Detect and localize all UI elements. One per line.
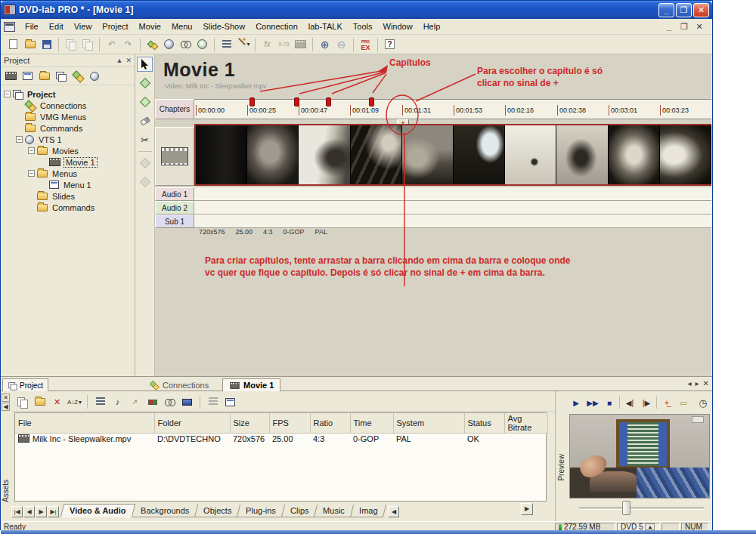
add-vts-button[interactable] — [87, 69, 101, 83]
pointer-tool[interactable] — [137, 57, 153, 72]
mdi-close-icon[interactable]: ✕ — [694, 22, 705, 32]
col-folder[interactable]: Folder — [154, 413, 230, 434]
menu-view[interactable]: View — [69, 20, 98, 33]
move-vertical-tool[interactable] — [137, 174, 153, 190]
tree-item-vmg-menus[interactable]: VMG Menus — [1, 111, 135, 122]
close-button[interactable]: ✕ — [693, 3, 709, 17]
new-item-button[interactable] — [4, 69, 18, 83]
connections-button[interactable] — [144, 37, 160, 52]
col-file[interactable]: File — [15, 413, 154, 434]
tab-next-button[interactable]: ▶ — [36, 506, 47, 517]
assets-tab-video-audio[interactable]: Video & Audio — [60, 504, 135, 517]
expander-icon[interactable]: − — [28, 170, 35, 177]
expander-icon[interactable]: − — [16, 136, 23, 143]
menu-project[interactable]: Project — [97, 20, 133, 33]
open-button[interactable] — [22, 37, 38, 52]
tree-item-vts1[interactable]: − VTS 1 — [1, 134, 135, 145]
new-project-button[interactable] — [5, 37, 21, 52]
assets-tab-music[interactable]: Music — [314, 505, 354, 517]
stop-button[interactable]: ■ — [603, 396, 616, 409]
tree-item-project[interactable]: − Project — [1, 88, 135, 100]
cut-tool[interactable]: ✂ — [137, 132, 153, 147]
compile-button[interactable] — [161, 37, 177, 52]
frame-index-button[interactable]: 0-73 — [276, 37, 292, 52]
redo-button[interactable]: ↷ — [120, 37, 136, 52]
expander-icon[interactable]: − — [4, 91, 11, 97]
preview-glasses-button[interactable] — [162, 394, 178, 409]
step-forward-button[interactable]: |▶ — [640, 396, 653, 409]
save-button[interactable] — [39, 37, 54, 52]
playlist-button[interactable] — [218, 37, 234, 52]
chapter-tool[interactable] — [137, 94, 153, 110]
wizard-button[interactable]: ▾ — [235, 37, 251, 52]
step-back-button[interactable]: ◀| — [623, 396, 637, 409]
menu-menu[interactable]: Menu — [166, 20, 198, 33]
tree-item-slides[interactable]: Slides — [1, 190, 135, 202]
col-status[interactable]: Status — [464, 413, 504, 434]
restore-button[interactable]: ❐ — [676, 3, 692, 17]
assets-layout-button[interactable] — [14, 394, 30, 409]
dropdown-caret-icon[interactable]: ▾ — [246, 41, 249, 48]
minimize-button[interactable]: _ — [658, 3, 674, 17]
tab-first-button[interactable]: |◀ — [11, 506, 23, 517]
menu-movie[interactable]: Movie — [134, 20, 166, 33]
menu-slideshow[interactable]: Slide-Show — [197, 20, 250, 33]
capture-button[interactable] — [222, 394, 238, 409]
tree-item-commands2[interactable]: Commands — [1, 202, 135, 213]
add-movie-button[interactable] — [37, 69, 51, 83]
zoom-out-button[interactable]: ⊖ — [333, 37, 349, 52]
tab-connections[interactable]: Connections — [143, 378, 215, 392]
import-music-button[interactable]: ♪ — [110, 394, 125, 409]
assets-tab-scroll-button[interactable]: ◀ — [388, 506, 399, 517]
menu-tools[interactable]: Tools — [348, 20, 378, 33]
tab-close-icon[interactable]: ✕ — [703, 379, 709, 387]
sort-caret-icon[interactable]: ▾ — [79, 399, 82, 406]
panel-collapse-icon[interactable]: ▲ — [116, 57, 123, 64]
project-panel-tab[interactable]: Project — [2, 378, 48, 392]
menu-edit[interactable]: Edit — [44, 20, 69, 33]
tree-item-menu1[interactable]: Menu 1 — [1, 179, 135, 190]
add-marker-button[interactable]: +̲ — [660, 396, 674, 409]
add-menu-button[interactable] — [20, 69, 35, 83]
paste-button[interactable] — [79, 37, 95, 52]
find-button[interactable] — [178, 37, 194, 52]
pro-ex-button[interactable]: PROEX — [358, 37, 373, 52]
col-avg-bitrate[interactable]: Avg Bitrate — [504, 413, 547, 434]
assets-sort-button[interactable]: A↓Z▾ — [67, 394, 82, 409]
frames-grid-button[interactable] — [205, 394, 221, 409]
move-horizontal-tool[interactable] — [137, 156, 153, 171]
col-fps[interactable]: FPS — [269, 413, 310, 434]
mdi-minimize-icon[interactable]: _ — [664, 22, 674, 32]
panel-close-icon[interactable]: ✕ — [125, 57, 132, 64]
help-button[interactable]: ? — [382, 37, 398, 52]
table-scroll-right-button[interactable]: ▶ — [521, 503, 533, 515]
preview-video[interactable] — [569, 414, 710, 499]
add-audio-button[interactable] — [70, 69, 85, 83]
mdi-child-icon[interactable] — [4, 22, 15, 32]
preview-slider-track[interactable] — [579, 508, 704, 510]
menu-window[interactable]: Window — [378, 20, 418, 33]
tab-prev-button[interactable]: ◀ — [23, 506, 35, 517]
assets-tab-clips[interactable]: Clips — [282, 505, 318, 517]
tree-item-connections[interactable]: Connections — [1, 100, 135, 111]
col-system[interactable]: System — [393, 413, 464, 434]
play-button[interactable]: ▶ — [569, 396, 583, 409]
mdi-restore-icon[interactable]: ❐ — [679, 22, 689, 32]
waveform-button[interactable] — [179, 394, 195, 409]
clock-icon[interactable]: ◷ — [696, 396, 710, 409]
assets-tab-plugins[interactable]: Plug-ins — [237, 505, 285, 517]
tree-item-commands[interactable]: Commands — [1, 122, 135, 134]
assets-open-button[interactable] — [32, 394, 48, 409]
menu-file[interactable]: File — [20, 20, 44, 33]
zoom-in-button[interactable]: ⊕ — [317, 37, 333, 52]
col-ratio[interactable]: Ratio — [310, 413, 350, 434]
assets-tab-objects[interactable]: Objects — [195, 505, 241, 517]
assets-collapse-button[interactable]: ◀ — [2, 403, 10, 411]
asset-row[interactable]: Milk Inc - Sleepwalker.mpv D:\DVDTECHNO … — [15, 434, 547, 445]
col-size[interactable]: Size — [230, 413, 269, 434]
eraser-tool[interactable] — [137, 113, 153, 128]
menu-labtalk[interactable]: lab-TALK — [303, 20, 348, 33]
tab-scroll-left-icon[interactable]: ◂ — [688, 379, 692, 387]
transcode-button[interactable] — [293, 37, 308, 52]
expander-icon[interactable]: − — [28, 147, 35, 154]
